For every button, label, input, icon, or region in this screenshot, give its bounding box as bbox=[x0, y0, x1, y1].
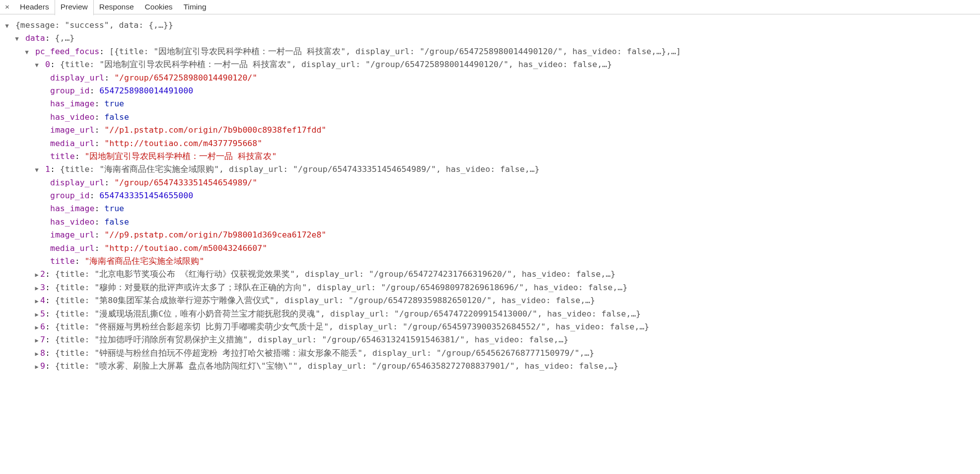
tree-row-item-2[interactable]: 2: {title: "北京电影节奖项公布 《红海行动》仅获视觉效果奖", di… bbox=[1, 268, 980, 281]
tree-row[interactable]: image_url: "//p9.pstatp.com/origin/7b980… bbox=[1, 229, 980, 241]
val-title: "海南省商品住宅实施全域限购" bbox=[85, 256, 205, 266]
tree-row[interactable]: display_url: "/group/6547258980014490120… bbox=[1, 72, 980, 84]
tree-row[interactable]: title: "因地制宜引导农民科学种植：一村一品 科技富农" bbox=[1, 150, 980, 163]
tab-cookies[interactable]: Cookies bbox=[140, 0, 178, 14]
key-index-8: 8 bbox=[40, 348, 45, 358]
item0-summary: {title: "因地制宜引导农民科学种植：一村一品 科技富农", displa… bbox=[60, 60, 612, 69]
key-media-url: media_url bbox=[50, 243, 94, 253]
item4-summary: {title: "第80集团军某合成旅举行迎苏宁雕像入营仪式", display… bbox=[55, 296, 595, 305]
key-data: data bbox=[25, 33, 45, 43]
item7-summary: {title: "拉加德呼吁消除所有贸易保护主义措施", display_url… bbox=[55, 335, 568, 344]
tree-row[interactable]: title: "海南省商品住宅实施全域限购" bbox=[1, 255, 980, 268]
tree-row-item-7[interactable]: 7: {title: "拉加德呼吁消除所有贸易保护主义措施", display_… bbox=[1, 333, 980, 346]
tree-row-data[interactable]: data: {,…} bbox=[1, 32, 980, 45]
val-title: "因地制宜引导农民科学种植：一村一品 科技富农" bbox=[85, 152, 277, 161]
key-has-image: has_image bbox=[50, 99, 94, 108]
tree-row-item-3[interactable]: 3: {title: "穆帅：对曼联的批评声或许太多了；球队在正确的方向", d… bbox=[1, 281, 980, 294]
item3-summary: {title: "穆帅：对曼联的批评声或许太多了；球队在正确的方向", disp… bbox=[55, 283, 628, 292]
key-index-3: 3 bbox=[40, 283, 45, 292]
val-group-id: 6547433351454655000 bbox=[99, 191, 193, 200]
key-display-url: display_url bbox=[50, 178, 104, 187]
devtools-tabs: × Headers Preview Response Cookies Timin… bbox=[0, 0, 980, 14]
tree-row-item-9[interactable]: 9: {title: "喷水雾、刷脸上大屏幕 盘点各地防闯红灯\"宝物\"", … bbox=[1, 360, 980, 373]
item8-summary: {title: "钟丽缇与粉丝自拍玩不停超宠粉 考拉打哈欠被捂嘴：淑女形象不能丢… bbox=[55, 348, 594, 358]
key-index-2: 2 bbox=[40, 269, 45, 279]
tree-row[interactable]: has_image: true bbox=[1, 97, 980, 110]
item9-summary: {title: "喷水雾、刷脸上大屏幕 盘点各地防闯红灯\"宝物\"", dis… bbox=[55, 361, 619, 371]
tab-headers[interactable]: Headers bbox=[14, 0, 55, 14]
tree-row[interactable]: display_url: "/group/6547433351454654989… bbox=[1, 176, 980, 189]
key-pc-feed-focus: pc_feed_focus bbox=[35, 47, 99, 56]
tree-row-root[interactable]: {message: "success", data: {,…}} bbox=[1, 19, 980, 32]
tree-row[interactable]: group_id: 6547258980014491000 bbox=[1, 84, 980, 97]
tree-row[interactable]: media_url: "http://toutiao.com/m43777956… bbox=[1, 137, 980, 150]
key-index-6: 6 bbox=[40, 322, 45, 331]
item2-summary: {title: "北京电影节奖项公布 《红海行动》仅获视觉效果奖", displ… bbox=[55, 269, 616, 279]
tree-row[interactable]: media_url: "http://toutiao.com/m50043246… bbox=[1, 242, 980, 255]
val-media-url: "http://toutiao.com/m4377795668" bbox=[104, 139, 262, 148]
val-image-url: "//p9.pstatp.com/origin/7b98001d369cea61… bbox=[104, 230, 326, 239]
root-summary: {message: "success", data: {,…}} bbox=[15, 20, 173, 30]
tab-preview[interactable]: Preview bbox=[55, 0, 94, 15]
key-index-9: 9 bbox=[40, 361, 45, 371]
disclosure-triangle-icon[interactable] bbox=[13, 34, 20, 44]
key-image-url: image_url bbox=[50, 125, 94, 135]
data-summary: {,…} bbox=[55, 33, 75, 43]
tree-row[interactable]: group_id: 6547433351454655000 bbox=[1, 189, 980, 202]
tree-row[interactable]: has_video: false bbox=[1, 111, 980, 124]
tree-row-item-6[interactable]: 6: {title: "佟丽娅与男粉丝合影超亲切 比剪刀手嘟嘴卖萌少女气质十足"… bbox=[1, 320, 980, 333]
val-has-image: true bbox=[104, 204, 124, 213]
key-has-image: has_image bbox=[50, 204, 94, 213]
key-media-url: media_url bbox=[50, 139, 94, 148]
disclosure-triangle-icon[interactable] bbox=[33, 362, 40, 372]
json-tree: {message: "success", data: {,…}} data: {… bbox=[0, 14, 980, 373]
pc-feed-focus-summary: [{title: "因地制宜引导农民科学种植：一村一品 科技富农", displ… bbox=[109, 47, 681, 56]
disclosure-triangle-icon[interactable] bbox=[23, 48, 30, 57]
disclosure-triangle-icon[interactable] bbox=[33, 297, 40, 306]
key-image-url: image_url bbox=[50, 230, 94, 239]
tree-row[interactable]: has_video: false bbox=[1, 216, 980, 229]
val-group-id: 6547258980014491000 bbox=[99, 86, 193, 95]
tab-response[interactable]: Response bbox=[94, 0, 140, 14]
disclosure-triangle-icon[interactable] bbox=[33, 61, 40, 70]
tree-row-pc-feed-focus[interactable]: pc_feed_focus: [{title: "因地制宜引导农民科学种植：一村… bbox=[1, 45, 980, 58]
item5-summary: {title: "漫威现场混乱撕C位，唯有小奶音荷兰宝才能抚慰我的灵魂", di… bbox=[55, 309, 641, 318]
key-has-video: has_video bbox=[50, 217, 94, 227]
disclosure-triangle-icon[interactable] bbox=[33, 165, 40, 175]
close-icon[interactable]: × bbox=[2, 1, 14, 13]
disclosure-triangle-icon[interactable] bbox=[33, 310, 40, 319]
val-image-url: "//p1.pstatp.com/origin/7b9b000c8938fef1… bbox=[104, 125, 326, 135]
disclosure-triangle-icon[interactable] bbox=[33, 349, 40, 359]
key-index-0: 0 bbox=[45, 60, 50, 69]
tree-row[interactable]: has_image: true bbox=[1, 202, 980, 215]
item1-summary: {title: "海南省商品住宅实施全域限购", display_url: "/… bbox=[60, 164, 540, 174]
disclosure-triangle-icon[interactable] bbox=[33, 323, 40, 332]
val-has-video: false bbox=[104, 217, 129, 227]
disclosure-triangle-icon[interactable] bbox=[33, 284, 40, 293]
tab-timing[interactable]: Timing bbox=[178, 0, 212, 14]
key-group-id: group_id bbox=[50, 191, 89, 200]
key-group-id: group_id bbox=[50, 86, 89, 95]
val-media-url: "http://toutiao.com/m50043246607" bbox=[104, 243, 267, 253]
tree-row-item-1[interactable]: 1: {title: "海南省商品住宅实施全域限购", display_url:… bbox=[1, 163, 980, 176]
tree-row-item-4[interactable]: 4: {title: "第80集团军某合成旅举行迎苏宁雕像入营仪式", disp… bbox=[1, 294, 980, 307]
tree-row-item-8[interactable]: 8: {title: "钟丽缇与粉丝自拍玩不停超宠粉 考拉打哈欠被捂嘴：淑女形象… bbox=[1, 347, 980, 360]
val-display-url: "/group/6547258980014490120/" bbox=[114, 73, 257, 82]
item6-summary: {title: "佟丽娅与男粉丝合影超亲切 比剪刀手嘟嘴卖萌少女气质十足", d… bbox=[55, 322, 649, 331]
key-title: title bbox=[50, 152, 75, 161]
disclosure-triangle-icon[interactable] bbox=[3, 21, 10, 31]
tree-row-item-0[interactable]: 0: {title: "因地制宜引导农民科学种植：一村一品 科技富农", dis… bbox=[1, 58, 980, 71]
disclosure-triangle-icon[interactable] bbox=[33, 336, 40, 345]
key-display-url: display_url bbox=[50, 73, 104, 82]
key-has-video: has_video bbox=[50, 112, 94, 122]
key-index-7: 7 bbox=[40, 335, 45, 344]
val-has-video: false bbox=[104, 112, 129, 122]
tree-row[interactable]: image_url: "//p1.pstatp.com/origin/7b9b0… bbox=[1, 124, 980, 137]
key-index-5: 5 bbox=[40, 309, 45, 318]
tree-row-item-5[interactable]: 5: {title: "漫威现场混乱撕C位，唯有小奶音荷兰宝才能抚慰我的灵魂",… bbox=[1, 308, 980, 320]
val-has-image: true bbox=[104, 99, 124, 108]
key-index-4: 4 bbox=[40, 296, 45, 305]
val-display-url: "/group/6547433351454654989/" bbox=[114, 178, 257, 187]
disclosure-triangle-icon[interactable] bbox=[33, 270, 40, 280]
key-title: title bbox=[50, 256, 75, 266]
